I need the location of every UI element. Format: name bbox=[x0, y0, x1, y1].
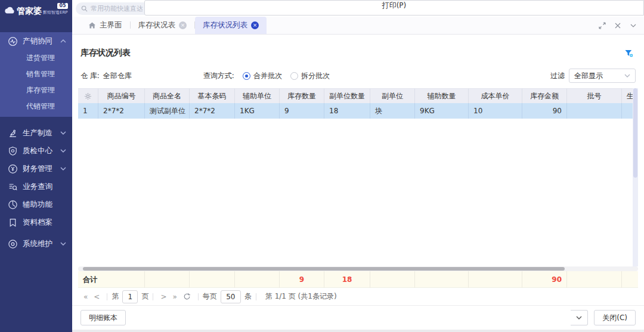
brand-name: 管家婆 bbox=[17, 6, 42, 17]
filter-funnel-icon[interactable] bbox=[624, 49, 633, 58]
record-count-info: 第 1/1 页 (共1条记录) bbox=[265, 291, 337, 302]
tab-inventory-status[interactable]: 库存状况表 × bbox=[131, 17, 195, 34]
sidebar-item-label: 系统维护 bbox=[23, 239, 60, 249]
close-button[interactable]: 关闭(C) bbox=[594, 310, 636, 325]
column-header[interactable]: 库存金额 bbox=[522, 88, 567, 103]
pagination: « < 第 页 > » 每页 条 第 1/1 页 (共1条记录) bbox=[72, 288, 644, 306]
chevron-down-icon bbox=[60, 149, 66, 153]
radio-unselected-icon bbox=[290, 72, 298, 80]
filter-selected-value: 全部显示 bbox=[574, 71, 603, 81]
gauge-icon bbox=[8, 200, 18, 210]
last-page-button[interactable]: » bbox=[169, 293, 179, 301]
radio-split-batches[interactable]: 拆分批次 bbox=[290, 71, 330, 81]
cell-cost-price: 10 bbox=[469, 103, 522, 119]
column-header[interactable]: 辅助数量 bbox=[415, 88, 469, 103]
cell-product-code: 2*7*2 bbox=[98, 103, 145, 119]
sidebar-subitem-inventory[interactable]: 库存管理 bbox=[0, 82, 72, 98]
detail-ledger-button[interactable]: 明细账本 bbox=[80, 310, 126, 325]
sidebar-subitem-consignment[interactable]: 代销管理 bbox=[0, 98, 72, 114]
chevron-up-icon bbox=[60, 39, 66, 43]
home-icon bbox=[88, 21, 96, 29]
radio-selected-icon bbox=[243, 72, 250, 80]
target-icon bbox=[8, 239, 18, 249]
refresh-icon[interactable] bbox=[183, 293, 191, 300]
tab-inventory-status-list[interactable]: 库存状况列表 × bbox=[195, 17, 267, 34]
column-header[interactable]: 副单位数量 bbox=[324, 88, 370, 103]
sidebar-item-manufacturing[interactable]: 生产制造 bbox=[0, 124, 72, 142]
tab-label: 主界面 bbox=[100, 20, 122, 30]
column-settings-cell[interactable] bbox=[78, 88, 98, 103]
brand-logo: 管家婆 05 辉煌智造ERP bbox=[0, 0, 72, 19]
prev-page-button[interactable]: < bbox=[91, 293, 103, 301]
pulse-circle-icon bbox=[8, 36, 18, 46]
summary-sub-unit-qty: 18 bbox=[324, 271, 370, 288]
filter-select[interactable]: 全部显示 bbox=[569, 69, 636, 83]
list-search-icon bbox=[8, 182, 18, 192]
sidebar-item-label: 辅助功能 bbox=[23, 200, 66, 210]
tab-close-icon[interactable]: × bbox=[179, 21, 187, 29]
brand-badge: 05 bbox=[57, 3, 67, 9]
collapse-chevron-icon[interactable] bbox=[630, 22, 637, 29]
column-header[interactable]: 库存数量 bbox=[280, 88, 324, 103]
sidebar-item-quality[interactable]: 质检中心 bbox=[0, 142, 72, 160]
page-prefix: 第 bbox=[112, 291, 119, 302]
cloud-logo-icon bbox=[4, 5, 16, 15]
first-page-button[interactable]: « bbox=[80, 293, 91, 301]
page-suffix: 页 bbox=[141, 291, 148, 302]
radio-merge-batches[interactable]: 合并批次 bbox=[243, 71, 282, 81]
page-title: 库存状况列表 bbox=[80, 48, 131, 58]
query-mode-label: 查询方式: bbox=[203, 71, 234, 81]
close-tab-icon[interactable] bbox=[614, 22, 621, 29]
summary-stock-amount: 90 bbox=[522, 271, 567, 288]
column-header[interactable]: 商品编号 bbox=[98, 88, 145, 103]
column-header[interactable]: 批号 bbox=[567, 88, 622, 103]
sidebar-item-label: 质检中心 bbox=[23, 146, 60, 156]
cell-barcode: 2*7*2 bbox=[190, 103, 235, 119]
vertical-scrollbar[interactable] bbox=[633, 88, 638, 266]
sidebar-item-label: 财务管理 bbox=[23, 164, 60, 174]
table-header-row: 商品编号 商品全名 基本条码 辅助单位 库存数量 副单位数量 副单位 辅助数量 … bbox=[78, 88, 638, 103]
column-header[interactable]: 基本条码 bbox=[190, 88, 235, 103]
next-page-button[interactable]: > bbox=[157, 293, 169, 301]
column-header[interactable]: 辅助单位 bbox=[235, 88, 280, 103]
shield-icon bbox=[8, 146, 18, 156]
table-row-selected[interactable]: 1 2*7*2 测试副单位 2*7*2 1KG 9 18 块 9KG 10 90 bbox=[78, 103, 638, 119]
sidebar-item-production-sales[interactable]: 产销协同 bbox=[0, 32, 72, 50]
cell-sub-unit: 块 bbox=[370, 103, 415, 119]
sidebar-subitem-sales[interactable]: 销售管理 bbox=[0, 66, 72, 82]
sidebar-item-label: 业务查询 bbox=[23, 182, 66, 192]
window-bottom-edge bbox=[72, 330, 644, 332]
page-content: 库存状况列表 仓 库: 全部仓库 查询方式: 合并批次 bbox=[72, 35, 644, 332]
cell-stock-qty: 9 bbox=[280, 103, 324, 119]
tab-close-icon[interactable]: × bbox=[251, 21, 259, 29]
print-dropdown-button[interactable] bbox=[571, 310, 588, 325]
page-number-input[interactable] bbox=[122, 290, 138, 303]
horizontal-scrollbar-thumb[interactable] bbox=[83, 267, 565, 271]
sidebar-item-business-query[interactable]: 业务查询 bbox=[0, 178, 72, 196]
sidebar-item-archives[interactable]: 资料档案 bbox=[0, 213, 72, 231]
chevron-down-icon bbox=[60, 131, 66, 135]
print-button[interactable]: 打印(P) bbox=[144, 0, 644, 15]
horizontal-scrollbar[interactable] bbox=[78, 266, 638, 271]
sidebar-item-system[interactable]: 系统维护 bbox=[0, 235, 72, 253]
sidebar-item-label: 资料档案 bbox=[23, 218, 66, 228]
sidebar-item-auxiliary[interactable]: 辅助功能 bbox=[0, 196, 72, 213]
per-page-suffix: 条 bbox=[244, 291, 252, 302]
per-page-prefix: 每页 bbox=[203, 291, 217, 302]
summary-stock-qty: 9 bbox=[280, 271, 324, 288]
maximize-icon[interactable] bbox=[599, 22, 606, 29]
column-header[interactable]: 商品全名 bbox=[145, 88, 190, 103]
bookmark-icon bbox=[8, 218, 18, 228]
vertical-scrollbar-thumb[interactable] bbox=[633, 88, 637, 178]
inventory-table: 商品编号 商品全名 基本条码 辅助单位 库存数量 副单位数量 副单位 辅助数量 … bbox=[78, 88, 638, 266]
tab-home[interactable]: 主界面 bbox=[80, 17, 130, 34]
warehouse-value[interactable]: 全部仓库 bbox=[103, 71, 132, 81]
sidebar: 管家婆 05 辉煌智造ERP 产销协同 进货管理 bbox=[0, 0, 72, 332]
per-page-input[interactable] bbox=[221, 290, 241, 303]
sidebar-item-finance[interactable]: 财务管理 bbox=[0, 160, 72, 178]
chevron-down-icon bbox=[624, 74, 630, 77]
column-header[interactable]: 成本单价 bbox=[469, 88, 522, 103]
column-header[interactable]: 副单位 bbox=[370, 88, 415, 103]
sidebar-subitem-purchase[interactable]: 进货管理 bbox=[0, 50, 72, 66]
chevron-down-icon bbox=[576, 316, 582, 319]
